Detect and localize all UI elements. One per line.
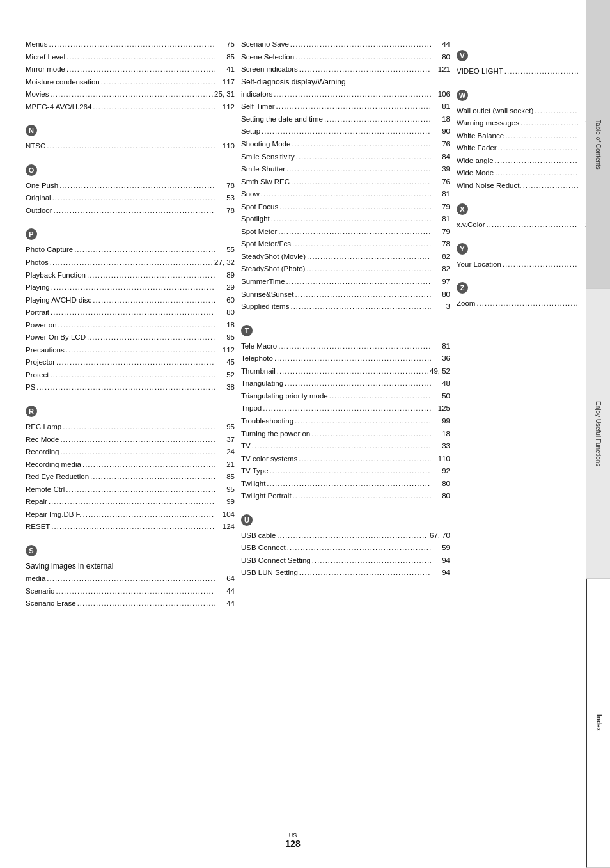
entry-mpeg4: MPEG-4 AVC/H.264 112 — [26, 101, 235, 114]
entry-reclamp: REC Lamp 95 — [26, 421, 235, 434]
section-r-header: R — [26, 399, 235, 420]
tab-index-label: Index — [595, 714, 602, 731]
entry-scenario: Scenario 44 — [26, 585, 235, 598]
entry-warningmessages: Warning messages 108 — [457, 117, 597, 130]
entry-spotfocus: Spot Focus 79 — [241, 201, 450, 214]
entry-widemode: Wide Mode 87 — [457, 167, 597, 180]
entry-sunrisesunset: Sunrise&Sunset 80 — [241, 288, 450, 301]
footer-us-label: US — [6, 832, 579, 839]
entry-movies: Movies 25, 31 — [26, 88, 235, 101]
letter-p: P — [26, 228, 37, 240]
entry-playing: Playing 29 — [26, 281, 235, 294]
entry-videolight: VIDEO LIGHT 41 — [457, 65, 597, 78]
entry-selfdiagnosis: Self-diagnosis display/Warning indicator… — [241, 76, 450, 101]
entry-spotmeter: Spot Meter 79 — [241, 226, 450, 239]
section-x-header: X — [457, 197, 597, 217]
letter-n: N — [26, 125, 37, 136]
entry-moisture: Moisture condensation 117 — [26, 76, 235, 89]
footer-page-number: 128 — [6, 839, 579, 849]
section-n-header: N — [26, 118, 235, 139]
sidebar-tabs: Table of Contents Enjoy Useful Functions… — [586, 0, 610, 868]
entry-smthslw: Smth Slw REC 76 — [241, 176, 450, 189]
letter-s: S — [26, 545, 37, 556]
tab-enjoy-label: Enjoy Useful Functions — [595, 401, 602, 466]
entry-recording: Recording 24 — [26, 446, 235, 459]
tab-enjoy[interactable]: Enjoy Useful Functions — [586, 289, 610, 578]
section-w-header: W — [457, 83, 597, 104]
page-footer: US 128 — [0, 826, 586, 855]
entry-walloutlet: Wall outlet (wall socket) 14 — [457, 105, 597, 118]
tab-toc[interactable]: Table of Contents — [586, 0, 610, 289]
letter-t: T — [241, 325, 253, 336]
entry-settingdate: Setting the date and time 18 — [241, 113, 450, 126]
entry-menus: Menus 75 — [26, 38, 235, 51]
entry-micref: Micref Level 85 — [26, 51, 235, 64]
entry-savinginexternal: Saving images in external media 64 — [26, 560, 235, 585]
entry-smilesensitivity: Smile Sensitivity 84 — [241, 151, 450, 164]
entry-precautions: Precautions 112 — [26, 344, 235, 357]
entry-whitebalance: White Balance 78 — [457, 130, 597, 143]
entry-whitefader: White Fader 81 — [457, 142, 597, 155]
entry-zoom: Zoom 36 — [457, 297, 597, 310]
entry-protect: Protect 52 — [26, 369, 235, 382]
entry-recordingmedia: Recording media 21 — [26, 459, 235, 471]
letter-v: V — [457, 50, 468, 61]
section-p-header: P — [26, 222, 235, 242]
entry-tvcolorsystems: TV color systems 110 — [241, 453, 450, 466]
entry-windnoise: Wind Noise Reduct. 85 — [457, 180, 597, 193]
entry-repair: Repair 99 — [26, 496, 235, 509]
entry-usbcable: USB cable 67, 70 — [241, 530, 450, 542]
entry-turningpower: Turning the power on 18 — [241, 428, 450, 441]
entry-sceneselection: Scene Selection 80 — [241, 51, 450, 64]
tab-toc-label: Table of Contents — [595, 120, 602, 170]
entry-snow: Snow 81 — [241, 188, 450, 201]
entry-spotlight: Spotlight 81 — [241, 213, 450, 226]
entry-reset: RESET 124 — [26, 521, 235, 533]
entry-mirror: Mirror mode 41 — [26, 63, 235, 76]
entry-telemacro: Tele Macro 81 — [241, 340, 450, 353]
letter-r: R — [26, 406, 37, 417]
entry-shootingmode: Shooting Mode 76 — [241, 138, 450, 151]
section-v-header: V — [457, 43, 597, 64]
entry-photocapture: Photo Capture 55 — [26, 244, 235, 256]
entry-tv: TV 33 — [241, 440, 450, 453]
section-u-header: U — [241, 508, 450, 528]
letter-x: X — [457, 203, 468, 215]
section-t-header: T — [241, 319, 450, 339]
tab-index[interactable]: Index — [586, 579, 610, 868]
letter-y: Y — [457, 243, 468, 255]
entry-twilight: Twilight 80 — [241, 478, 450, 491]
col3: V VIDEO LIGHT 41 W Wall outlet (wall soc… — [457, 38, 597, 830]
col2: Scenario Save 44 Scene Selection 80 Scre… — [241, 38, 457, 830]
entry-yourlocation: Your Location 50 — [457, 258, 597, 271]
entry-poweron: Power on 18 — [26, 319, 235, 332]
entry-spotmeterfcs: Spot Meter/Fcs 78 — [241, 238, 450, 251]
letter-w: W — [457, 90, 468, 101]
entry-scenariosave: Scenario Save 44 — [241, 38, 450, 51]
section-y-header: Y — [457, 237, 597, 257]
entry-setup: Setup 90 — [241, 125, 450, 138]
entry-wideangle: Wide angle 36 — [457, 155, 597, 168]
section-z-header: Z — [457, 276, 597, 296]
entry-usbconnectsetting: USB Connect Setting 94 — [241, 555, 450, 567]
entry-tripod: Tripod 125 — [241, 402, 450, 415]
entry-repairimgdb: Repair Img.DB F. 104 — [26, 509, 235, 521]
entry-usbconnect: USB Connect 59 — [241, 542, 450, 555]
letter-u: U — [241, 514, 253, 526]
entry-summertime: SummerTime 97 — [241, 276, 450, 288]
col1: Menus 75 Micref Level 85 Mirror mode 41 … — [26, 38, 241, 830]
letter-o: O — [26, 164, 37, 176]
entry-original: Original 53 — [26, 192, 235, 205]
entry-twilightportrait: Twilight Portrait 80 — [241, 490, 450, 503]
section-o-header: O — [26, 158, 235, 178]
entry-triangulatingpriority: Triangulating priority mode 50 — [241, 390, 450, 403]
section-s-header: S — [26, 539, 235, 559]
entry-playingavchd: Playing AVCHD disc 60 — [26, 294, 235, 307]
entry-steadyshotmovie: SteadyShot (Movie) 82 — [241, 251, 450, 264]
entry-ntsc: NTSC 110 — [26, 140, 235, 153]
entry-tvtype: TV Type 92 — [241, 465, 450, 478]
entry-selftimer: Self-Timer 81 — [241, 100, 450, 113]
entry-remotectrl: Remote Ctrl 95 — [26, 484, 235, 496]
entry-usblunsetting: USB LUN Setting 94 — [241, 567, 450, 580]
columns-area: Menus 75 Micref Level 85 Mirror mode 41 … — [26, 38, 597, 830]
